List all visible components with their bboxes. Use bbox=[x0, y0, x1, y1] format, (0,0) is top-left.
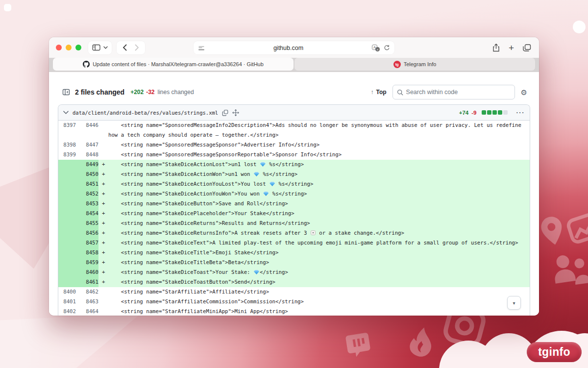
old-line-number[interactable]: 8397 bbox=[58, 121, 76, 130]
diff-code-text: <string name="StakeDiceReturns">Results … bbox=[108, 219, 530, 228]
diff-marker: + bbox=[98, 209, 108, 219]
code-search-box[interactable] bbox=[392, 85, 515, 99]
diff-code-text: <string name="StakeDiceReturnsInfo">A st… bbox=[108, 228, 530, 238]
new-line-number[interactable]: 8458 bbox=[76, 248, 98, 258]
diff-marker: + bbox=[98, 160, 108, 170]
diff-code-text: <string name="StakeDicePlaceholder">Your… bbox=[108, 209, 530, 219]
new-tab-button[interactable]: + bbox=[509, 43, 514, 52]
tab-overview-button[interactable] bbox=[523, 44, 531, 51]
gear-icon[interactable]: ⚙ bbox=[521, 89, 527, 96]
tab-github[interactable]: Update content of files · MarshalX/teleg… bbox=[53, 58, 294, 71]
new-line-number[interactable]: 8464 bbox=[76, 307, 98, 316]
old-line-number bbox=[58, 209, 76, 219]
gem-emoji bbox=[254, 172, 259, 176]
scroll-down-button[interactable]: ▾ bbox=[507, 296, 521, 310]
gem-emoji bbox=[263, 192, 269, 196]
diff-row: 8454+ <string name="StakeDicePlaceholder… bbox=[58, 209, 530, 219]
collapse-file-chevron[interactable] bbox=[63, 111, 69, 114]
twitch-icon bbox=[341, 327, 376, 362]
diff-marker: + bbox=[98, 228, 108, 238]
new-line-number[interactable]: 8452 bbox=[76, 189, 98, 199]
gem-emoji bbox=[260, 162, 266, 167]
wallpaper-dot bbox=[573, 21, 586, 33]
diff-marker: + bbox=[98, 268, 108, 277]
new-line-number[interactable]: 8446 bbox=[76, 121, 98, 130]
old-line-number bbox=[58, 199, 76, 209]
new-line-number[interactable]: 8463 bbox=[76, 297, 98, 307]
back-button[interactable] bbox=[119, 44, 131, 51]
address-bar[interactable]: github.com A x bbox=[194, 41, 394, 54]
new-line-number[interactable]: 8459 bbox=[76, 258, 98, 268]
new-line-number[interactable]: 8447 bbox=[76, 140, 98, 150]
diff-code-text: <string name="StarAffiliate">Affiliate</… bbox=[108, 287, 530, 297]
files-changed-title: 2 files changed bbox=[75, 88, 124, 96]
new-line-number[interactable]: 8461 bbox=[76, 277, 98, 287]
minimize-window-button[interactable] bbox=[66, 45, 72, 50]
old-line-number[interactable]: 8398 bbox=[58, 140, 76, 150]
old-line-number[interactable]: 8399 bbox=[58, 150, 76, 160]
toolbar-right: + bbox=[492, 43, 531, 52]
diff-code-text: <string name="StakeDiceActionLost">un1 l… bbox=[108, 160, 530, 170]
scroll-to-top-button[interactable]: ↑ Top bbox=[370, 89, 386, 96]
diffstat-block bbox=[503, 110, 508, 115]
forward-button[interactable] bbox=[131, 44, 143, 51]
new-line-number[interactable]: 8449 bbox=[76, 160, 98, 170]
file-options-kebab-icon[interactable]: ··· bbox=[516, 109, 525, 116]
old-line-number bbox=[58, 179, 76, 189]
old-line-number[interactable]: 8400 bbox=[58, 287, 76, 297]
diff-row: 8457+ <string name="StakeDiceText">A lim… bbox=[58, 238, 530, 248]
diff-marker: + bbox=[98, 258, 108, 268]
sidebar-toggle-button[interactable] bbox=[88, 41, 112, 54]
file-header: data/client/android-beta/res/values/stri… bbox=[58, 105, 530, 121]
file-additions: +74 bbox=[459, 110, 469, 116]
reload-icon[interactable] bbox=[384, 45, 390, 51]
new-line-number[interactable]: 8462 bbox=[76, 287, 98, 297]
old-line-number bbox=[58, 268, 76, 277]
search-icon bbox=[397, 89, 403, 96]
new-line-number[interactable]: 8456 bbox=[76, 228, 98, 238]
gem-emoji bbox=[270, 182, 275, 186]
new-line-number[interactable]: 8448 bbox=[76, 150, 98, 160]
drag-handle-icon[interactable] bbox=[232, 109, 239, 116]
diff-marker: + bbox=[98, 219, 108, 228]
diff-marker: + bbox=[98, 170, 108, 179]
copy-path-icon[interactable] bbox=[222, 109, 228, 116]
old-line-number[interactable]: 8401 bbox=[58, 297, 76, 307]
translate-icon[interactable]: A x bbox=[372, 45, 380, 51]
diff-row: 8455+ <string name="StakeDiceReturns">Re… bbox=[58, 219, 530, 228]
new-line-number[interactable]: 8451 bbox=[76, 179, 98, 189]
close-window-button[interactable] bbox=[56, 45, 62, 50]
diff-code-text: <string name="StarAffiliateCommission">C… bbox=[108, 297, 530, 307]
die-emoji bbox=[311, 230, 316, 235]
new-line-number[interactable]: 8453 bbox=[76, 199, 98, 209]
new-line-number[interactable]: 8454 bbox=[76, 209, 98, 219]
github-favicon bbox=[83, 61, 90, 68]
diff-row: 8449+ <string name="StakeDiceActionLost"… bbox=[58, 160, 530, 170]
new-line-number[interactable]: 8455 bbox=[76, 219, 98, 228]
diff-marker: + bbox=[98, 189, 108, 199]
file-tree-toggle-button[interactable] bbox=[62, 88, 70, 96]
diff-row: 8451+ <string name="StakeDiceActionYouLo… bbox=[58, 179, 530, 189]
diff-marker bbox=[98, 140, 108, 150]
page-format-icon[interactable] bbox=[198, 45, 205, 51]
new-line-number[interactable]: 8460 bbox=[76, 268, 98, 277]
old-line-number bbox=[58, 130, 76, 140]
browser-toolbar: github.com A x + bbox=[49, 37, 539, 58]
diff-marker: + bbox=[98, 238, 108, 248]
wallpaper-dot bbox=[4, 4, 11, 11]
cloud-shape bbox=[453, 344, 500, 368]
fullscreen-window-button[interactable] bbox=[75, 45, 81, 50]
old-line-number[interactable]: 8402 bbox=[58, 307, 76, 316]
old-line-number bbox=[58, 160, 76, 170]
diff-code-text: <string name="StakeDiceTitleBeta">Beta</… bbox=[108, 258, 530, 268]
map-pin-icon bbox=[535, 212, 569, 250]
diff-code-text: <string name="StakeDiceButton">Save and … bbox=[108, 199, 530, 209]
flame-icon bbox=[406, 325, 438, 361]
new-line-number[interactable]: 8457 bbox=[76, 238, 98, 248]
share-button[interactable] bbox=[492, 44, 500, 52]
tab-telegram-info[interactable]: tg Telegram Info bbox=[294, 58, 535, 71]
search-input[interactable] bbox=[406, 89, 511, 96]
diff-row: 8460+ <string name="StakeDiceToast">Your… bbox=[58, 268, 530, 277]
diff-marker bbox=[98, 130, 108, 140]
new-line-number[interactable]: 8450 bbox=[76, 170, 98, 179]
